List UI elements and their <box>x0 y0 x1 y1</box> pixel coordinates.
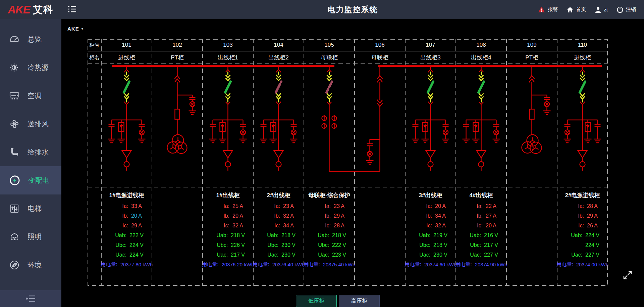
sidebar-item-thermal[interactable]: 冷热源 <box>0 53 61 82</box>
sidebar-item-environment[interactable]: 环境 <box>0 251 61 279</box>
high-voltage-tab[interactable]: 高压柜 <box>339 295 380 307</box>
measurement-row: Ubc:224 V <box>101 240 152 250</box>
low-voltage-tab[interactable]: 低压柜 <box>296 295 337 307</box>
measurement-row: Uab:218 V <box>304 230 355 240</box>
sidebar-item-water[interactable]: 给排水 <box>0 138 61 166</box>
measurement-row: Ib:32 A <box>253 211 304 221</box>
measurement-row: Ic:34 A <box>253 221 304 230</box>
measurement-row: 224 V <box>557 240 608 250</box>
measurement-row: Uab:218 V <box>203 230 253 240</box>
cabinet-no: 109 <box>506 39 557 51</box>
measurement-row: Ia:23 A <box>253 201 304 211</box>
panel-title: 4#出线柜 <box>456 190 506 201</box>
breaker-103[interactable] <box>225 67 231 106</box>
cabinet-no-row: 柜号101102103104105106107108109110 <box>88 39 608 51</box>
fullscreen-expand-icon[interactable] <box>622 270 633 280</box>
data-row: 1#电源进线柜Ia:33 AIb:20 AIc:29 AUab:222 VUbc… <box>88 187 608 286</box>
data-cell <box>355 187 405 286</box>
measurement-row: 用电量:20374.00 kWh <box>557 260 608 269</box>
cabinet-name: PT柜 <box>152 51 203 64</box>
sidebar-collapse-button[interactable] <box>0 290 61 307</box>
sidebar-nav: 总览 冷热源 空调 送排风 给排水 <box>0 19 61 307</box>
column-108-circuit <box>463 67 500 171</box>
measurement-row: Ia:33 A <box>101 201 152 211</box>
user-button[interactable]: zt <box>595 7 608 13</box>
column-101-circuit <box>108 67 146 171</box>
data-cell <box>152 187 203 286</box>
measurement-row: Uac:217 V <box>203 250 253 260</box>
measurement-row: Ic:29 A <box>101 221 152 230</box>
home-icon <box>567 7 573 13</box>
logo-text-cn: 艾科 <box>33 3 54 16</box>
pipe-icon <box>9 147 20 158</box>
sidebar-item-overview[interactable]: 总览 <box>0 25 61 53</box>
data-cell: 母联柜-综合保护Ia:23 AIb:29 AIc:28 AUab:218 VUb… <box>304 187 355 286</box>
breaker-101[interactable] <box>124 67 129 106</box>
sidebar-item-elevator[interactable]: 电梯 <box>0 194 61 223</box>
measurement-row: Ubc:222 V <box>304 240 355 250</box>
breaker-110[interactable] <box>580 67 585 106</box>
measurement-row: Ubc:230 V <box>253 240 304 250</box>
air-conditioner-icon <box>9 90 20 101</box>
measurement-row: Uab:222 V <box>101 230 152 240</box>
column-109-circuit <box>522 67 551 154</box>
switchgear-table: 柜号101102103104105106107108109110 柜名进线柜PT… <box>88 39 608 286</box>
home-button[interactable]: 首页 <box>567 6 586 13</box>
app-logo: AKE 艾科 <box>0 0 61 19</box>
cabinet-no: 110 <box>557 39 608 51</box>
panel-title: 2#出线柜 <box>253 190 304 201</box>
breaker-107[interactable] <box>428 67 433 106</box>
breaker-105[interactable] <box>327 67 332 106</box>
power-distribution-icon <box>9 175 20 186</box>
logo-text-en: AKE <box>8 3 30 16</box>
cabinet-no-header: 柜号 <box>88 39 101 51</box>
column-107-circuit <box>412 67 449 171</box>
column-110-circuit <box>564 67 601 171</box>
measurement-row: 用电量:20374.90 kWh <box>456 260 506 269</box>
cabinet-name: PT柜 <box>506 51 557 64</box>
cabinet-no: 102 <box>152 39 203 51</box>
menu-toggle-icon[interactable] <box>67 5 77 14</box>
region-selector[interactable]: AKE▼ <box>67 26 84 32</box>
main-content: AKE▼ <box>61 19 644 307</box>
power-icon <box>617 6 623 13</box>
panel-title: 2#电源进线柜 <box>557 190 608 201</box>
cabinet-name: 出线柜2 <box>253 51 304 64</box>
sidebar-item-lighting[interactable]: 照明 <box>0 223 61 251</box>
column-104-circuit <box>260 67 298 171</box>
cabinet-name-row: 柜名进线柜PT柜出线柜1出线柜2母联柜母联柜出线柜3出线柜4PT柜进线柜 <box>88 51 608 64</box>
breaker-104[interactable] <box>276 67 281 106</box>
cabinet-no: 106 <box>355 39 405 51</box>
measurement-row: Ubc:217 V <box>456 240 506 250</box>
cabinet-name: 进线柜 <box>557 51 608 64</box>
measurement-row: Uac:224 V <box>101 250 152 260</box>
sidebar-item-hvac[interactable]: 空调 <box>0 82 61 110</box>
data-cell: 3#出线柜Ia:20 AIb:34 AIc:32 AUab:219 VUbc:2… <box>405 187 456 286</box>
measurement-row: Ib:29 A <box>557 211 608 221</box>
alarm-button[interactable]: 报警 <box>538 6 558 13</box>
sidebar-item-fan[interactable]: 送排风 <box>0 110 61 138</box>
cabinet-no: 108 <box>456 39 506 51</box>
measurement-row: Ia:22 A <box>456 201 506 211</box>
measurement-row: Ic:26 A <box>557 221 608 230</box>
logout-button[interactable]: 注销 <box>617 6 636 13</box>
measurement-row: Ubc:218 V <box>405 240 456 250</box>
measurement-row: 用电量:20375.40 kWh <box>304 260 355 269</box>
data-cell: 1#出线柜Ia:25 AIb:20 AIc:32 AUab:218 VUbc:2… <box>203 187 253 286</box>
cabinet-name: 进线柜 <box>101 51 152 64</box>
cabinet-name: 出线柜1 <box>203 51 253 64</box>
column-106-circuit <box>366 67 383 171</box>
measurement-row: Uab:218 V <box>253 230 304 240</box>
fan-icon <box>9 119 20 129</box>
measurement-row: Uab:216 V <box>456 230 506 240</box>
measurement-row: Ib:34 A <box>405 211 456 221</box>
measurement-row: Ubc:226 V <box>203 240 253 250</box>
measurement-row: Uac:227 V <box>557 250 608 260</box>
sidebar-item-power-distribution[interactable]: 变配电 <box>0 166 61 194</box>
cabinet-no: 105 <box>304 39 355 51</box>
cabinet-no: 107 <box>405 39 456 51</box>
breaker-108[interactable] <box>479 67 484 106</box>
measurement-row: 用电量:20376.40 kWh <box>253 260 304 269</box>
measurement-row: Ic:20 A <box>456 221 506 230</box>
measurement-row: Ic:32 A <box>203 221 253 230</box>
